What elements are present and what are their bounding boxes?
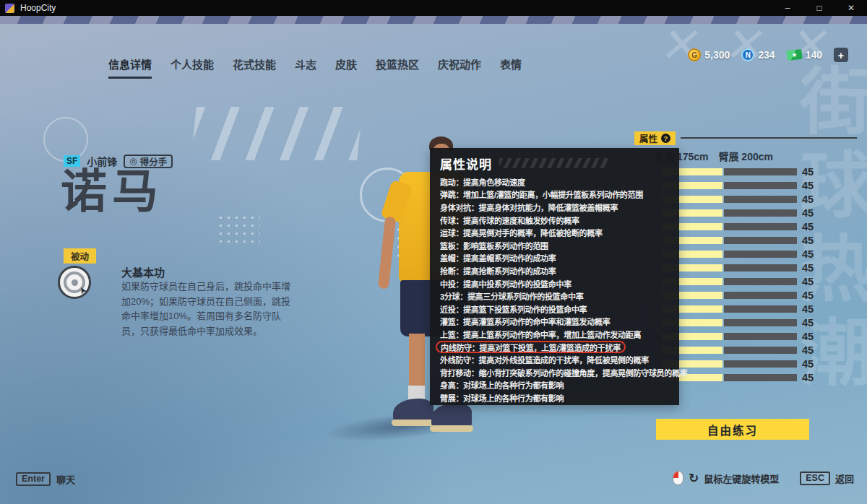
tab-item[interactable]: 投篮热区 bbox=[376, 56, 419, 77]
stat-bar-rest bbox=[724, 278, 797, 285]
maximize-button[interactable]: □ bbox=[803, 0, 835, 16]
back-label: 返回 bbox=[835, 472, 854, 485]
stat-value: 45 bbox=[802, 166, 814, 178]
attribute-tooltip-panel: 属性说明 跑动：提高角色移动速度弹跳：增加上篮/灌篮的距离，小幅提升篮板系列动作… bbox=[430, 148, 679, 405]
stat-bar-row: 45 bbox=[662, 305, 814, 313]
nav-tabs: 信息详情个人技能花式技能斗志皮肤投篮热区庆祝动作表情 bbox=[108, 56, 522, 79]
passive-badge: 被动 bbox=[64, 248, 96, 264]
stat-bar-row: 45 bbox=[662, 278, 814, 285]
attribute-divider-line bbox=[681, 137, 857, 139]
free-practice-button[interactable]: 自由练习 bbox=[656, 419, 809, 440]
tooltip-line: 抢断：提高抢断系列动作的成功率 bbox=[440, 264, 672, 277]
gold-coin-icon: G bbox=[688, 48, 701, 61]
currency-value: 5,300 bbox=[704, 49, 730, 61]
tooltip-line: 弹跳：增加上篮/灌篮的距离，小幅提升篮板系列动作的范围 bbox=[440, 188, 672, 201]
ticket-icon: ★ bbox=[786, 49, 802, 61]
stat-bar-rest bbox=[724, 305, 797, 313]
stat-value: 45 bbox=[802, 344, 814, 356]
tooltip-header: 属性说明 bbox=[440, 155, 672, 172]
app-icon bbox=[5, 4, 14, 13]
game-window: HoopCity – □ ✕ ✕✕✕ 街球热潮 信息详情个人技能花式技能斗志皮肤… bbox=[0, 0, 867, 504]
currency-bar: G5,300N234★140+ bbox=[688, 48, 848, 62]
character-shoe-right bbox=[431, 403, 472, 429]
add-currency-button[interactable]: + bbox=[834, 48, 848, 62]
stat-value: 45 bbox=[802, 303, 814, 315]
tooltip-line: 运球：提高晃倒对手的概率，降低被抢断的概率 bbox=[440, 226, 672, 239]
stat-bar-track bbox=[662, 168, 797, 175]
tooltip-line: 身高：对球场上的各种行为都有影响 bbox=[440, 379, 672, 392]
enter-key-badge[interactable]: Enter bbox=[16, 472, 51, 486]
stat-bar-rest bbox=[724, 319, 797, 326]
stat-bar-rest bbox=[724, 196, 797, 203]
rotate-icon: ↻ bbox=[689, 472, 699, 485]
stat-bar-row: 45 bbox=[662, 319, 814, 326]
stat-bar-track bbox=[662, 292, 797, 299]
footer-chat-hint: Enter 聊天 bbox=[16, 472, 75, 486]
tooltip-line: 盖帽：提高盖帽系列动作的成功率 bbox=[440, 252, 672, 265]
stat-bar-rest bbox=[724, 251, 797, 258]
tab-item[interactable]: 斗志 bbox=[295, 56, 316, 77]
stat-bar-row: 45 bbox=[662, 292, 814, 299]
stat-bar-row: 45 bbox=[662, 209, 814, 217]
decor-stripe-band bbox=[0, 16, 867, 24]
rotate-hint-label: 鼠标左键旋转模型 bbox=[704, 472, 779, 485]
stat-bar-row: 45 bbox=[662, 333, 814, 340]
tooltip-line: 上篮：提高上篮系列动作的命中率，增加上篮动作发动距离 bbox=[440, 328, 672, 341]
tab-active[interactable]: 信息详情 bbox=[108, 56, 152, 79]
stat-bar-track bbox=[662, 264, 797, 271]
stat-bar-row: 45 bbox=[662, 251, 814, 258]
stat-bar-track bbox=[662, 237, 797, 244]
esc-key-badge[interactable]: ESC bbox=[800, 472, 830, 485]
passive-skill-icon[interactable]: ➤ bbox=[58, 266, 91, 299]
wingspan-label: 臂展 200cm bbox=[718, 151, 772, 162]
stat-bar-rest bbox=[724, 168, 797, 175]
player-position-row: SF 小前锋 ◎ 得分手 bbox=[64, 154, 173, 168]
stat-value: 45 bbox=[802, 317, 814, 329]
attribute-label: 属性 bbox=[639, 131, 657, 145]
stat-bar-track bbox=[662, 319, 797, 326]
stat-bar-track bbox=[662, 209, 797, 217]
tab-item[interactable]: 个人技能 bbox=[171, 56, 214, 77]
footer-controls-hint: ↻ 鼠标左键旋转模型 ESC 返回 bbox=[673, 471, 854, 485]
tooltip-line: 背打移动：缩小背打突破系列动作的碰撞角度，提高晃倒防守球员的概率 bbox=[440, 366, 672, 379]
tooltip-line: 篮板：影响篮板系列动作的范围 bbox=[440, 239, 672, 252]
stat-value: 45 bbox=[802, 372, 814, 383]
tooltip-hatch-decor bbox=[499, 158, 608, 168]
tab-item[interactable]: 花式技能 bbox=[233, 56, 276, 77]
currency-item: ★140 bbox=[787, 49, 822, 61]
tab-item[interactable]: 表情 bbox=[500, 56, 522, 77]
attribute-help-badge[interactable]: 属性 ? bbox=[634, 131, 676, 145]
stat-bar-rest bbox=[724, 223, 797, 230]
target-icon: ◎ bbox=[129, 157, 137, 165]
stat-bar-track bbox=[662, 182, 797, 189]
decor-dot-grid bbox=[217, 214, 260, 247]
stat-bar-row: 45 bbox=[662, 237, 814, 244]
tab-item[interactable]: 庆祝动作 bbox=[438, 56, 481, 77]
role-badge: ◎ 得分手 bbox=[124, 155, 173, 168]
mouse-left-button-icon bbox=[673, 471, 683, 485]
currency-item: G5,300 bbox=[688, 48, 730, 61]
stat-value: 45 bbox=[802, 207, 814, 219]
stat-value: 45 bbox=[802, 180, 814, 191]
character-shoe-left bbox=[393, 399, 434, 423]
tab-item[interactable]: 皮肤 bbox=[335, 56, 357, 77]
stat-value: 45 bbox=[802, 235, 814, 246]
stat-bar-rest bbox=[724, 292, 797, 299]
stat-bar-row: 45 bbox=[662, 196, 814, 203]
stat-value: 45 bbox=[802, 358, 814, 370]
minimize-button[interactable]: – bbox=[772, 0, 803, 16]
stat-bar-rest bbox=[724, 237, 797, 244]
tooltip-line: 灌篮：提高灌篮系列动作的命中率和灌篮发动概率 bbox=[440, 316, 672, 329]
stat-bars: 45454545454545454545454545454545 bbox=[662, 168, 814, 381]
stat-bar-rest bbox=[724, 374, 797, 381]
tooltip-title: 属性说明 bbox=[440, 155, 492, 173]
currency-value: 234 bbox=[758, 49, 775, 61]
tooltip-line: 近投：提高篮下投篮系列动作的投篮命中率 bbox=[440, 303, 672, 316]
tooltip-line: 跑动：提高角色移动速度 bbox=[440, 175, 672, 188]
stat-bar-rest bbox=[724, 347, 797, 354]
stat-bar-track bbox=[662, 305, 797, 313]
close-button[interactable]: ✕ bbox=[835, 0, 867, 16]
question-icon[interactable]: ? bbox=[661, 134, 670, 143]
stat-bar-rest bbox=[724, 333, 797, 340]
tooltip-line: 外线防守：提高对外线投篮造成的干扰率，降低被晃倒的概率 bbox=[440, 353, 672, 366]
